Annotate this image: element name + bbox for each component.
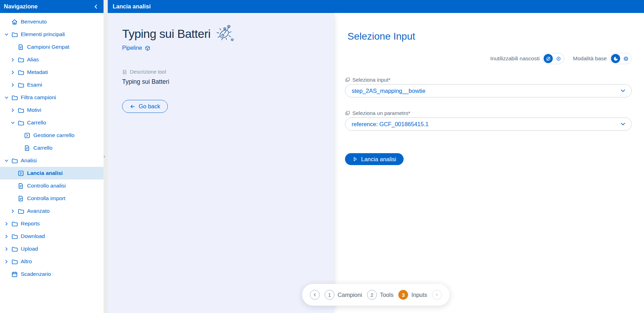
- sidebar-item-label: Avanzato: [27, 208, 49, 214]
- chevron-left-icon: [313, 293, 317, 297]
- pie-icon[interactable]: [611, 54, 620, 63]
- chevron-down-icon[interactable]: [4, 95, 11, 100]
- sidebar-item-label: Motivi: [27, 107, 41, 113]
- toggle-group-unusable: Inutilizzabili nascosti: [490, 53, 564, 64]
- folder-icon: [18, 107, 25, 114]
- sidebar-item-benvenuto[interactable]: Benvenuto: [0, 15, 104, 28]
- copy-icon: [345, 110, 350, 116]
- sidebar-item-label: Controllo analisi: [27, 183, 66, 189]
- sidebar-resize-divider[interactable]: ‹: [104, 0, 108, 313]
- sidebar-item-filtra-campioni[interactable]: Filtra campioni: [0, 91, 104, 104]
- package-icon: [145, 45, 151, 51]
- toggle-label: Modalità base: [573, 55, 607, 62]
- sidebar-item-carrello[interactable]: Carrello: [0, 142, 104, 154]
- chevron-down-icon[interactable]: [4, 32, 11, 37]
- app-window: Navigazione Benvenuto Elementi principal…: [0, 0, 644, 313]
- stepper-prev-button[interactable]: [310, 290, 320, 300]
- stepper-next-button[interactable]: [432, 290, 442, 300]
- sidebar-item-elementi-principali[interactable]: Elementi principali: [0, 28, 104, 41]
- folder-icon: [11, 157, 18, 164]
- step-tools[interactable]: 2 Tools: [367, 290, 394, 300]
- chevron-right-icon[interactable]: [4, 221, 11, 226]
- base-mode-toggle[interactable]: [610, 53, 632, 64]
- sidebar-item-download[interactable]: Download: [0, 230, 104, 243]
- content-panels: Typing sui Batteri Pipeline Descrizione …: [108, 13, 644, 313]
- go-back-button[interactable]: Go back: [122, 100, 168, 113]
- input-panel-title: Selezione Input: [347, 30, 632, 42]
- chevron-right-icon[interactable]: [11, 70, 18, 75]
- sidebar-item-alias[interactable]: Alias: [0, 53, 104, 66]
- sidebar-item-campioni-genpat[interactable]: Campioni Genpat: [0, 41, 104, 53]
- select-value: step_2AS_mapping__bowtie: [352, 88, 425, 94]
- chevron-right-icon[interactable]: [4, 234, 11, 239]
- sidebar-item-carrello-folder[interactable]: Carrello: [0, 116, 104, 129]
- eye-icon[interactable]: [554, 54, 563, 63]
- sidebar-item-controlla-import[interactable]: Controlla import: [0, 192, 104, 205]
- sidebar-item-label: Campioni Genpat: [27, 44, 69, 50]
- sidebar-item-label: Upload: [21, 246, 38, 252]
- sidebar-item-metadati[interactable]: Metadati: [0, 66, 104, 79]
- sidebar-item-lancia-analisi[interactable]: Lancia analisi: [0, 167, 104, 179]
- step-inputs[interactable]: 3 Inputs: [398, 290, 427, 300]
- folder-icon: [11, 258, 18, 265]
- chevron-right-icon[interactable]: [11, 57, 18, 62]
- play-icon: [352, 156, 358, 162]
- step-number: 3: [398, 290, 408, 300]
- sidebar-item-controllo-analisi[interactable]: Controllo analisi: [0, 179, 104, 192]
- step-number: 1: [325, 290, 334, 300]
- step-label: Campioni: [338, 292, 362, 298]
- chevron-right-icon[interactable]: [4, 259, 11, 264]
- pipeline-link[interactable]: Pipeline: [122, 45, 320, 51]
- launch-icon: [18, 170, 25, 177]
- sidebar-item-reports[interactable]: Reports: [0, 217, 104, 230]
- navigation-sidebar: Navigazione Benvenuto Elementi principal…: [0, 0, 104, 313]
- calendar-icon: [11, 271, 18, 278]
- folder-icon: [11, 220, 18, 227]
- collapse-panel-icon[interactable]: ‹: [104, 153, 105, 159]
- sidebar-item-label: Elementi principali: [21, 31, 65, 38]
- field-label: Seleziona input*: [345, 77, 632, 83]
- sidebar-item-altro[interactable]: Altro: [0, 255, 104, 268]
- chevron-right-icon[interactable]: [4, 246, 11, 251]
- home-icon: [11, 18, 18, 25]
- chevron-down-icon[interactable]: [11, 120, 18, 125]
- step-label: Tools: [380, 292, 394, 298]
- select-value: reference: GCF_001865415.1: [352, 121, 429, 128]
- chevron-right-icon[interactable]: [11, 209, 18, 213]
- bacteria-icon: [214, 25, 234, 42]
- chevron-down-icon: [620, 88, 626, 94]
- sidebar-item-motivi[interactable]: Motivi: [0, 104, 104, 116]
- page-topbar: Lancia analisi: [108, 0, 644, 13]
- chevron-down-icon[interactable]: [4, 158, 11, 163]
- description-text: Typing sui Batteri: [122, 78, 320, 86]
- sidebar-item-label: Scadenzario: [21, 271, 51, 277]
- file-icon: [18, 182, 25, 189]
- target-icon[interactable]: [621, 54, 630, 63]
- sidebar-header: Navigazione: [0, 0, 104, 13]
- step-campioni[interactable]: 1 Campioni: [325, 290, 362, 300]
- sidebar-item-label: Benvenuto: [21, 19, 47, 25]
- sidebar-item-label: Carrello: [33, 145, 52, 151]
- launch-analysis-button[interactable]: Lancia analisi: [345, 153, 404, 165]
- field-label: Seleziona un parametro*: [345, 110, 632, 116]
- chevron-left-icon[interactable]: [93, 4, 99, 9]
- sidebar-item-label: Altro: [21, 258, 32, 265]
- parameter-select[interactable]: reference: GCF_001865415.1: [345, 117, 632, 131]
- sidebar-item-gestione-carrello[interactable]: Gestione carrello: [0, 129, 104, 142]
- chevron-right-icon[interactable]: [11, 108, 18, 113]
- eye-off-icon[interactable]: [544, 54, 553, 63]
- input-select[interactable]: step_2AS_mapping__bowtie: [345, 84, 632, 97]
- step-number: 2: [367, 290, 377, 300]
- sidebar-item-label: Metadati: [27, 69, 48, 75]
- sidebar-item-upload[interactable]: Upload: [0, 243, 104, 255]
- sidebar-item-label: Alias: [27, 56, 39, 63]
- step-label: Inputs: [411, 292, 427, 298]
- chevron-right-icon[interactable]: [11, 82, 18, 87]
- sidebar-item-analisi[interactable]: Analisi: [0, 154, 104, 167]
- folder-icon: [18, 119, 25, 126]
- copy-icon: [345, 77, 350, 82]
- sidebar-item-scadenzario[interactable]: Scadenzario: [0, 268, 104, 280]
- unusable-hidden-toggle[interactable]: [542, 53, 564, 64]
- sidebar-item-avanzato[interactable]: Avanzato: [0, 205, 104, 217]
- sidebar-item-esami[interactable]: Esami: [0, 79, 104, 91]
